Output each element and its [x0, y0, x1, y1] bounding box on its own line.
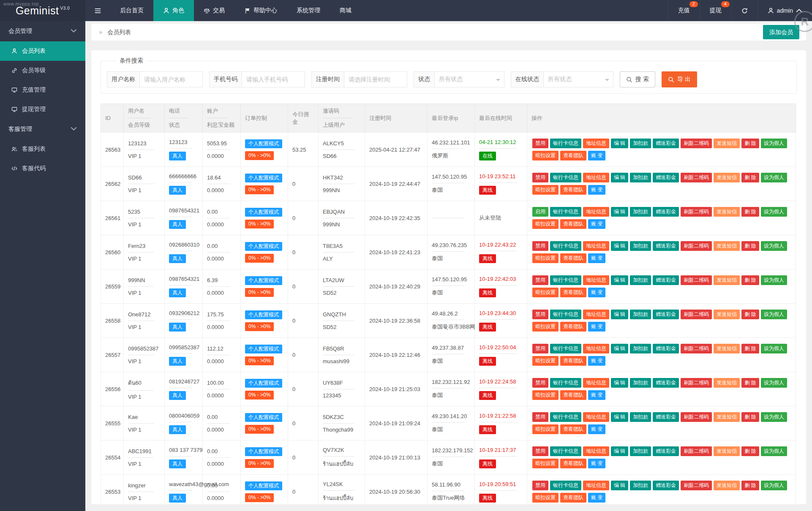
bank-card-info-button[interactable]: 银行卡信息	[550, 241, 581, 251]
refresh-qrcode-button[interactable]: 刷新二维码	[681, 378, 712, 388]
view-team-button[interactable]: 查看团队	[560, 390, 586, 400]
view-team-button[interactable]: 查看团队	[560, 356, 586, 366]
edit-button[interactable]: 编 辑	[611, 378, 628, 388]
hidden-deduct-settings-button[interactable]: 暗扣设置	[532, 253, 559, 263]
refresh-button[interactable]	[731, 0, 758, 21]
real-person-badge[interactable]: 真人	[169, 391, 186, 400]
view-team-button[interactable]: 查看团队	[560, 459, 586, 468]
edit-button[interactable]: 编 辑	[611, 207, 628, 217]
disable-button[interactable]: 禁用	[532, 481, 548, 490]
edit-button[interactable]: 编 辑	[611, 173, 628, 182]
percent-range-badge[interactable]: 0% - >0%	[245, 185, 274, 194]
bank-card-info-button[interactable]: 银行卡信息	[550, 412, 581, 422]
config-mode-badge[interactable]: 个人配置模式	[245, 379, 282, 388]
bank-card-info-button[interactable]: 银行卡信息	[550, 481, 581, 490]
config-mode-badge[interactable]: 个人配置模式	[245, 139, 282, 148]
send-sms-button[interactable]: 发送短信	[714, 275, 740, 285]
add-deduct-funds-button[interactable]: 加扣款	[630, 310, 651, 319]
view-team-button[interactable]: 查看团队	[560, 219, 586, 229]
add-deduct-funds-button[interactable]: 加扣款	[630, 481, 651, 490]
percent-range-badge[interactable]: 0% - >0%	[245, 493, 274, 502]
recharge-nav-item[interactable]: 充值2	[668, 0, 700, 21]
search-button[interactable]: 搜 索	[620, 71, 655, 87]
disable-button[interactable]: 禁用	[532, 344, 548, 353]
register-time-field[interactable]	[344, 71, 407, 87]
set-fake-user-button[interactable]: 设为假人	[761, 446, 787, 456]
percent-range-badge[interactable]: 0% - >0%	[245, 459, 274, 468]
view-team-button[interactable]: 查看团队	[560, 288, 586, 297]
disable-button[interactable]: 禁用	[532, 173, 548, 182]
refresh-qrcode-button[interactable]: 刷新二维码	[681, 173, 712, 182]
delete-button[interactable]: 删 除	[741, 173, 759, 182]
send-sms-button[interactable]: 发送短信	[714, 446, 740, 456]
percent-range-badge[interactable]: 0% - >0%	[245, 220, 274, 228]
phone-field[interactable]	[242, 71, 305, 87]
hidden-deduct-settings-button[interactable]: 暗扣设置	[532, 288, 559, 297]
bank-card-info-button[interactable]: 银行卡信息	[550, 139, 581, 148]
gift-bonus-button[interactable]: 赠送彩金	[653, 241, 679, 251]
disable-button[interactable]: 禁用	[532, 412, 548, 422]
hidden-deduct-settings-button[interactable]: 暗扣设置	[532, 459, 559, 468]
delete-button[interactable]: 删 除	[741, 412, 759, 422]
view-team-button[interactable]: 查看团队	[560, 185, 586, 195]
config-mode-badge[interactable]: 个人配置模式	[245, 276, 282, 285]
hidden-deduct-settings-button[interactable]: 暗扣设置	[532, 219, 559, 229]
bank-card-info-button[interactable]: 银行卡信息	[550, 344, 581, 353]
real-person-badge[interactable]: 真人	[169, 357, 186, 366]
view-team-button[interactable]: 查看团队	[560, 151, 586, 160]
gift-bonus-button[interactable]: 赠送彩金	[653, 173, 679, 182]
edit-button[interactable]: 编 辑	[611, 412, 628, 422]
address-info-button[interactable]: 地址信息	[583, 275, 609, 285]
sidebar-item-会员等级[interactable]: 会员等级	[0, 61, 85, 80]
real-person-badge[interactable]: 真人	[169, 288, 186, 297]
sidebar-section-1[interactable]: 客服管理	[0, 119, 85, 139]
disable-button[interactable]: 禁用	[532, 446, 548, 456]
delete-button[interactable]: 删 除	[741, 344, 759, 353]
config-mode-badge[interactable]: 个人配置模式	[245, 310, 282, 319]
sidebar-item-提现管理[interactable]: 提现管理	[0, 100, 85, 119]
send-sms-button[interactable]: 发送短信	[714, 139, 740, 148]
edit-button[interactable]: 编 辑	[611, 481, 628, 490]
real-person-badge[interactable]: 真人	[169, 323, 186, 332]
account-change-button[interactable]: 账 变	[588, 288, 605, 297]
real-person-badge[interactable]: 真人	[169, 254, 186, 263]
view-team-button[interactable]: 查看团队	[560, 322, 586, 332]
add-deduct-funds-button[interactable]: 加扣款	[630, 446, 651, 456]
address-info-button[interactable]: 地址信息	[583, 481, 609, 490]
refresh-qrcode-button[interactable]: 刷新二维码	[681, 241, 712, 251]
set-fake-user-button[interactable]: 设为假人	[761, 173, 787, 182]
address-info-button[interactable]: 地址信息	[583, 446, 609, 456]
nav-item-2[interactable]: 交易	[194, 0, 234, 21]
send-sms-button[interactable]: 发送短信	[714, 344, 740, 353]
gift-bonus-button[interactable]: 赠送彩金	[653, 139, 679, 148]
sidebar-item-会员列表[interactable]: 会员列表	[0, 41, 85, 61]
gift-bonus-button[interactable]: 赠送彩金	[653, 481, 679, 490]
sidebar-item-充值管理[interactable]: 充值管理	[0, 80, 85, 100]
username-field[interactable]	[139, 71, 203, 87]
hidden-deduct-settings-button[interactable]: 暗扣设置	[532, 185, 559, 195]
hidden-deduct-settings-button[interactable]: 暗扣设置	[532, 356, 559, 366]
sidebar-item-客服列表[interactable]: 客服列表	[0, 139, 85, 159]
disable-button[interactable]: 禁用	[532, 275, 548, 285]
account-change-button[interactable]: 账 变	[588, 390, 605, 400]
config-mode-badge[interactable]: 个人配置模式	[245, 481, 282, 490]
refresh-qrcode-button[interactable]: 刷新二维码	[681, 344, 712, 353]
nav-item-5[interactable]: 商城	[330, 0, 361, 21]
edit-button[interactable]: 编 辑	[611, 275, 628, 285]
send-sms-button[interactable]: 发送短信	[714, 207, 740, 217]
real-person-badge[interactable]: 真人	[169, 220, 186, 229]
delete-button[interactable]: 删 除	[741, 378, 759, 388]
account-change-button[interactable]: 账 变	[588, 219, 605, 229]
set-fake-user-button[interactable]: 设为假人	[761, 378, 787, 388]
account-change-button[interactable]: 账 变	[588, 185, 605, 195]
config-mode-badge[interactable]: 个人配置模式	[245, 242, 282, 251]
delete-button[interactable]: 删 除	[741, 310, 759, 319]
disable-button[interactable]: 禁用	[532, 241, 548, 251]
delete-button[interactable]: 删 除	[741, 207, 759, 217]
set-fake-user-button[interactable]: 设为假人	[761, 275, 787, 285]
refresh-qrcode-button[interactable]: 刷新二维码	[681, 446, 712, 456]
gift-bonus-button[interactable]: 赠送彩金	[653, 310, 679, 319]
percent-range-badge[interactable]: 0% - >0%	[245, 391, 274, 400]
online-status-select[interactable]: 所有状态	[543, 71, 613, 87]
config-mode-badge[interactable]: 个人配置模式	[245, 174, 282, 182]
